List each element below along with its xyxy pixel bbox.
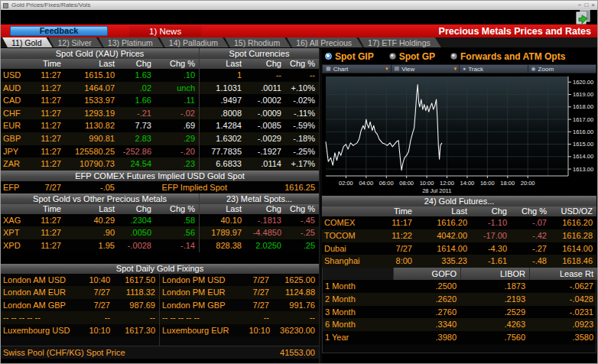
cell-last: 40.29 (65, 214, 119, 227)
tab-platinum[interactable]: 13) Platinum (99, 37, 164, 47)
svg-text:14:00: 14:00 (460, 180, 475, 187)
page-title: Precious Metals Prices and Rates (201, 26, 594, 37)
col-chg: Chg (471, 206, 511, 216)
top-strip (1, 10, 597, 24)
metals-column-headers: Time Last Chg Chg % Last Chg Chg % (1, 204, 319, 214)
cell-spot-last: 828.38 (199, 239, 245, 252)
col-chgpct: Chg % (155, 204, 199, 214)
export-pages-icon[interactable] (574, 8, 593, 26)
table-row: CAD 11:27 1533.97 1.66 .11 .9497 -.0002 … (1, 94, 319, 107)
cell-exchange: TOCOM (322, 229, 370, 242)
cell-spot-chgpct: -.45 (285, 214, 319, 227)
svg-text:1613.00: 1613.00 (573, 166, 593, 173)
cell-code: USD (1, 69, 28, 82)
cell-libor: .4263 (460, 318, 529, 331)
svg-text:20:00: 20:00 (521, 180, 535, 187)
tab-etf-holdings[interactable]: 17) ETF Holdings (359, 37, 441, 47)
cell-value: -- (114, 311, 159, 324)
news-button[interactable]: 1) News (129, 26, 201, 37)
svg-text:28 Jul 2011: 28 Jul 2011 (422, 187, 451, 194)
cell-code: ZAR (1, 158, 28, 171)
cell-fx-chg: -- (245, 69, 285, 82)
cell-lease: -.0428 (529, 293, 597, 306)
chevron-down-icon: ▾ (385, 66, 388, 72)
view-menu[interactable]: ▤ View ▾ (392, 65, 460, 73)
table-row: Luxembourg EUR 10:10 36230.00 (160, 324, 319, 337)
cell-value: 1617.50 (114, 274, 159, 287)
price-chart[interactable]: 1613.001614.001615.001616.001617.001618.… (322, 73, 596, 196)
col-last: Last (65, 204, 119, 214)
cell-value: -- (273, 311, 319, 324)
tab-rhodium[interactable]: 15) Rhodium (225, 37, 291, 47)
cell-chgpct: .11 (155, 94, 199, 107)
cell-chg: -4.30 (471, 242, 511, 255)
cell-chgpct: -.14 (155, 239, 199, 252)
cell-fx-last: 1 (199, 69, 245, 82)
cell-value: 991.76 (273, 299, 319, 312)
cell-last: 1130.82 (65, 119, 119, 132)
table-row: Shanghai 8:00 335.23 -1.61 -.48 1618.46 (322, 255, 596, 268)
cell-chgpct: .23 (155, 158, 199, 171)
cell-value: 1625.00 (273, 274, 319, 287)
cell-label: -- -- -- -- -- (160, 311, 241, 324)
table-row: -- -- -- -- -- -- -- (160, 311, 319, 324)
cell-chgpct: .29 (155, 132, 199, 145)
cell-time: 11:27 (28, 214, 65, 227)
cell-chg: -252.86 (119, 145, 155, 158)
table-row: 3 Month .2760 .2529 -.0231 (323, 306, 596, 319)
svg-text:1617.00: 1617.00 (573, 116, 593, 123)
gofo-table: GOFO LIBOR Lease Rt 1 Month .2500 .1873 … (322, 268, 596, 353)
tab-all-precious[interactable]: 16) All Precious (287, 37, 362, 47)
cell-fx-last: 1.6302 (199, 132, 245, 145)
chart-menu[interactable]: ▦ Chart ▾ (323, 65, 392, 73)
cell-lease: .0923 (529, 318, 597, 331)
feedback-button[interactable]: Feedback (10, 26, 108, 36)
cell-code: JPY (1, 145, 28, 158)
cell-label: London AM GBP (1, 299, 82, 312)
tab-gold[interactable]: 11) Gold (2, 37, 53, 47)
view-spot-gip[interactable]: Spot GIP (325, 51, 374, 62)
metal-spots-link[interactable]: 23) Metal Spots... (199, 193, 319, 204)
cell-label: -- -- -- -- -- (1, 311, 82, 324)
svg-text:06:00: 06:00 (379, 180, 394, 187)
cell-value: -.05 (65, 181, 119, 193)
cell-time: 11:27 (28, 226, 65, 239)
gold-futures-link[interactable]: 24) Gold Futures... (322, 196, 596, 206)
col-spot-chg: Chg (245, 204, 285, 214)
cell-code: EFP (1, 181, 28, 193)
cell-label: Luxembourg USD (1, 324, 86, 337)
cell-gofo: .2620 (393, 293, 460, 306)
cell-fx-last: 1.1031 (199, 82, 245, 95)
radio-selected-icon (325, 53, 332, 60)
col-last: Last (65, 59, 119, 69)
cell-time: 11:27 (28, 94, 65, 107)
svg-text:02:00: 02:00 (339, 180, 353, 187)
terminal-window: Gold Prices/Fixes/Rates/Vols − □ × Feedb… (0, 0, 598, 364)
futures-column-headers: Time Last Chg Chg % USD/OZ (322, 206, 596, 216)
cell-fx-chg: -.1927 (245, 145, 285, 158)
table-row: AUD 11:27 1464.07 .02 unch 1.1031 .0011 … (1, 82, 319, 95)
table-row: 1 Year .3980 .7560 .3580 (323, 331, 596, 344)
svg-text:16:00: 16:00 (480, 180, 495, 187)
metal-tabs: 11) Gold 12) Silver 13) Platinum 14) Pal… (1, 37, 597, 48)
cell-usdoz: 1618.46 (551, 255, 596, 268)
track-button[interactable]: ● Track (460, 65, 528, 73)
view-forwards-atm[interactable]: Forwards and ATM Opts (450, 51, 565, 62)
cell-fx-chgpct: -.59% (285, 119, 319, 132)
track-icon: ● (463, 66, 466, 72)
zoom-button[interactable]: ◉ Zoom (528, 65, 596, 73)
tab-silver[interactable]: 12) Silver (49, 37, 102, 47)
tab-palladium[interactable]: 14) Palladium (160, 37, 229, 47)
cell-term: 6 Month (323, 318, 393, 331)
cell-lease: -.0627 (529, 280, 597, 293)
cell-code: GBP (1, 132, 28, 145)
cell-term: 3 Month (323, 306, 393, 319)
cell-code: EUR (1, 119, 28, 132)
cell-fx-chg: -.0029 (245, 132, 285, 145)
svg-text:1619.00: 1619.00 (573, 91, 593, 98)
view-spot-gp[interactable]: Spot GP (389, 51, 435, 62)
cell-code: XPD (1, 239, 28, 252)
left-panel: Spot Gold (XAU) Prices Spot Currencies T… (1, 48, 319, 363)
cell-label: Luxembourg EUR (160, 324, 245, 337)
swiss-pool-label: Swiss Pool (CHF/KG) Spot Price (1, 346, 227, 359)
